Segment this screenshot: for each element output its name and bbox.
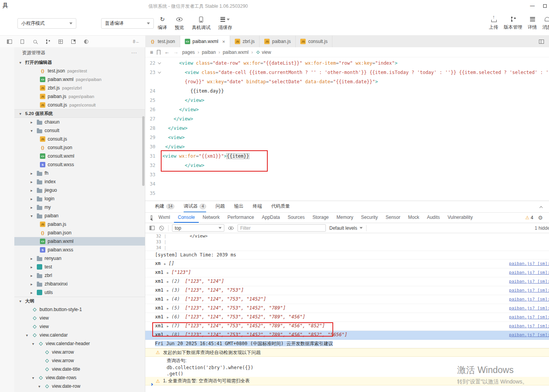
tree-item[interactable]: ▸zbrl — [14, 271, 145, 280]
console-eye-button[interactable] — [228, 225, 234, 231]
tree-item[interactable]: ▸my — [14, 203, 145, 211]
tree-item[interactable]: ▸fh — [14, 169, 145, 177]
theme-button[interactable] — [83, 38, 89, 45]
expand-triangle-icon[interactable]: ▶ — [167, 307, 169, 310]
more-actions-icon[interactable]: ··· — [131, 50, 137, 55]
filter-input[interactable] — [237, 224, 326, 232]
log-levels-select[interactable]: Default levels — [329, 225, 363, 231]
devtools-tab-network[interactable]: Network — [199, 213, 224, 223]
outline-item[interactable]: view.date-title — [14, 365, 145, 373]
devtools-tab-sensor[interactable]: Sensor — [382, 213, 404, 223]
fold-icon[interactable] — [156, 68, 162, 77]
devtools-tab-console[interactable]: Console — [174, 213, 199, 223]
console-log-row[interactable]: xm1▶(2) ["123", "124"]paiban.js? [sm]:48 — [145, 277, 549, 286]
tree-item[interactable]: <>consult.wxml — [14, 152, 145, 160]
open-editor-item[interactable]: <>paiban.wxmlpages\paiban — [14, 75, 145, 84]
compile-button[interactable]: ↻ 编译 — [158, 16, 167, 31]
console-log-row[interactable]: xm▶[]paiban.js? [sm]:48 — [145, 260, 549, 268]
messages-button[interactable]: 消息 — [542, 15, 549, 31]
outline-item[interactable]: view — [14, 314, 145, 322]
tab-consult.js[interactable]: JSconsult.js — [296, 36, 332, 47]
maximize-button[interactable] — [539, 0, 549, 12]
new-file-button[interactable] — [19, 38, 25, 45]
panel-tab-问题[interactable]: 问题 — [215, 201, 225, 212]
save-all-button[interactable] — [70, 38, 76, 45]
tab-paiban.js[interactable]: JSpaiban.js — [260, 36, 296, 47]
source-link[interactable]: paiban.js? [sm]:48 — [509, 322, 549, 330]
expand-triangle-icon[interactable]: ▶ — [167, 271, 169, 275]
mode-select[interactable]: 小程序模式 — [17, 18, 76, 29]
outline-section-header[interactable]: ▾ 大纲 — [14, 297, 145, 305]
console-log-row[interactable]: xm1▶["123"]paiban.js? [sm]:48 — [145, 268, 549, 277]
open-editors-section-header[interactable]: ▾ 打开的编辑器 — [14, 58, 145, 67]
console-log-row[interactable]: xm1▶(3) ["123", "124", "753"]paiban.js? … — [145, 286, 549, 295]
open-editor-count-badge[interactable]: 8← — [133, 39, 140, 44]
devtools-tab-security[interactable]: Security — [357, 213, 382, 223]
tree-item[interactable]: JSpaiban.js — [14, 220, 145, 229]
open-editor-item[interactable]: JSconsult.jspages\consult — [14, 101, 145, 109]
tree-item[interactable]: Sconsult.wxss — [14, 160, 145, 169]
expand-triangle-icon[interactable]: ▶ — [167, 316, 169, 319]
device-debug-button[interactable]: 真机调试 — [192, 16, 210, 31]
open-editor-item[interactable]: JSpaiban.jspages\paiban — [14, 92, 145, 101]
warnings-indicator[interactable]: ⚠ 4 — [525, 215, 534, 220]
tree-item[interactable]: ▸renyuan — [14, 254, 145, 263]
tree-item[interactable]: ▸jieguo — [14, 186, 145, 194]
console-log-row[interactable]: xm1▶(5) ["123", "124", "753", "1452", "7… — [145, 304, 549, 313]
split-editor-button[interactable] — [538, 38, 544, 45]
panel-tab-代码质量[interactable]: 代码质量 — [271, 201, 290, 212]
devtools-tab-audits[interactable]: Audits — [423, 213, 444, 223]
bookmark-icon[interactable] — [157, 50, 160, 55]
tree-item[interactable]: {}consult.json — [14, 143, 145, 152]
console-log-row[interactable]: xm1▶(7) ["123", "124", "753", "1452", "7… — [145, 322, 549, 331]
source-link[interactable]: paiban.js? [sm]:48 — [509, 295, 549, 303]
project-section-header[interactable]: ▾ 5.20 值班系统 — [14, 109, 145, 118]
panel-tab-构建[interactable]: 构建14 — [155, 201, 174, 212]
devtools-tab-memory[interactable]: Memory — [333, 213, 357, 223]
tree-item[interactable]: ▸index — [14, 177, 145, 186]
console-timestamp-row[interactable]: Fri Jun 20 2025 16:45:41 GMT+0800 (中国标准时… — [145, 340, 549, 348]
console-sidebar-button[interactable] — [149, 225, 155, 231]
source-link[interactable]: paiban.js? [sm]:48 — [509, 304, 549, 312]
gear-icon[interactable]: ⚙ — [538, 215, 543, 221]
console-log-row[interactable]: xm1▶(8) ["123", "124", "753", "1452", "7… — [145, 331, 549, 340]
toggle-panel-button[interactable] — [6, 38, 12, 45]
devtools-tab-wxml[interactable]: Wxml — [155, 213, 174, 223]
tree-item[interactable]: ▾consult — [14, 126, 145, 135]
expand-triangle-icon[interactable]: ▶ — [167, 289, 169, 292]
clear-console-button[interactable] — [158, 225, 165, 231]
tree-item[interactable]: Spaiban.wxss — [14, 246, 145, 254]
open-editor-item[interactable]: JSzbrl.jspages\zbrl — [14, 84, 145, 92]
devtools-tab-mock[interactable]: Mock — [404, 213, 423, 223]
outline-item[interactable]: view — [14, 322, 145, 331]
expand-triangle-icon[interactable]: ▶ — [167, 298, 169, 301]
version-manage-button[interactable]: 版本管理 — [504, 15, 522, 31]
outline-item[interactable]: view.arrow — [14, 356, 145, 365]
breadcrumb-item[interactable]: view — [256, 50, 271, 55]
upload-button[interactable]: 上传 — [489, 15, 498, 31]
compile-select[interactable]: 普通编译 — [101, 18, 154, 29]
devtools-tab-sources[interactable]: Sources — [284, 213, 308, 223]
expand-triangle-icon[interactable]: ▶ — [164, 262, 166, 266]
tab-test.json[interactable]: {}test.json — [145, 36, 180, 47]
outline-item[interactable]: ▾view.calendar — [14, 331, 145, 339]
fold-icon[interactable] — [156, 58, 162, 68]
tree-item[interactable]: JSconsult.js — [14, 135, 145, 143]
collapse-panel-button[interactable] — [540, 204, 543, 210]
source-link[interactable]: paiban.js? [sm]:48 — [509, 268, 549, 277]
preview-button[interactable]: 预览 — [175, 16, 184, 31]
devtools-tab-vulnerability[interactable]: Vulnerability — [444, 213, 477, 223]
nav-back-button[interactable]: ← — [164, 49, 169, 55]
sidebar-scrollbar[interactable] — [142, 116, 145, 186]
clear-cache-button[interactable]: 清缓存 — [218, 16, 232, 31]
open-editor-item[interactable]: {}test.jsonpages\test — [14, 67, 145, 75]
tree-item[interactable]: ▸utils — [14, 288, 145, 297]
outline-item[interactable]: ▾view.calendar-header — [14, 339, 145, 348]
context-select[interactable]: top — [172, 224, 224, 232]
search-button[interactable] — [32, 38, 38, 45]
minimize-button[interactable]: — — [527, 0, 538, 12]
expand-triangle-icon[interactable]: ▶ — [167, 280, 169, 284]
panel-tab-终端[interactable]: 终端 — [253, 201, 262, 212]
outline-item[interactable]: view.arrow — [14, 348, 145, 356]
expand-triangle-icon[interactable]: ▶ — [167, 325, 169, 328]
